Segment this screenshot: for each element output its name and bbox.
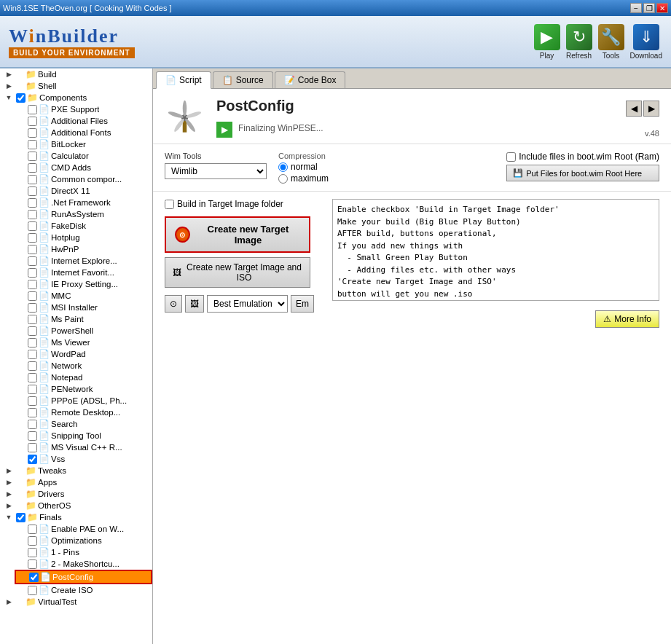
tree-cb-common-compo[interactable] bbox=[28, 175, 37, 184]
tree-cb-bitlocker[interactable] bbox=[28, 140, 37, 149]
compression-maximum-radio[interactable] bbox=[278, 174, 288, 184]
tree-item-1-pins[interactable]: 📄1 - Pins bbox=[15, 546, 152, 558]
tree-cb-internet-explorer[interactable] bbox=[28, 256, 37, 266]
tree-item-fakedisk[interactable]: 📄FakeDisk bbox=[15, 220, 152, 232]
tree-cb-ms-viewer[interactable] bbox=[28, 338, 37, 347]
tree-item-build[interactable]: ▶📁Build bbox=[3, 68, 152, 80]
tree-item-internet-explorer[interactable]: 📄Internet Explore... bbox=[15, 255, 152, 267]
sidebar-tree[interactable]: ▶📁Build▶📁Shell▼📁Components 📄PXE Support … bbox=[0, 68, 153, 644]
tree-cb-1-pins[interactable] bbox=[28, 548, 37, 557]
info-textarea[interactable]: Enable checkbox 'Build in Target Image f… bbox=[332, 199, 659, 301]
tree-item-remote-desktop[interactable]: 📄Remote Desktop... bbox=[15, 407, 152, 418]
tree-item-drivers[interactable]: ▶📁Drivers bbox=[3, 488, 152, 500]
tree-item-vss[interactable]: 📄Vss bbox=[15, 453, 152, 465]
tree-item-ms-viewer[interactable]: 📄Ms Viewer bbox=[15, 337, 152, 348]
tree-cb-ms-visual-cpp[interactable] bbox=[28, 443, 37, 452]
tree-cb-snipping-tool[interactable] bbox=[28, 431, 37, 441]
download-button[interactable]: ⇓ Download bbox=[630, 24, 662, 60]
tree-item-powershell[interactable]: 📄PowerShell bbox=[15, 325, 152, 337]
tree-cb-remote-desktop[interactable] bbox=[28, 408, 37, 417]
tree-cb-hotplug[interactable] bbox=[28, 233, 37, 243]
put-files-button[interactable]: 💾 Put Files for boot.wim Root Here bbox=[506, 165, 659, 181]
tree-cb-notepad[interactable] bbox=[28, 373, 37, 382]
restore-button[interactable]: ❐ bbox=[643, 3, 655, 13]
tree-item-common-compo[interactable]: 📄Common compor... bbox=[15, 173, 152, 185]
iso-img-btn[interactable]: 🖼 bbox=[185, 295, 204, 313]
tree-item-runassystem[interactable]: 📄RunAsSystem bbox=[15, 208, 152, 220]
tree-item-calculator[interactable]: 📄Calculator bbox=[15, 150, 152, 162]
tree-cb-penetwork[interactable] bbox=[28, 385, 37, 394]
tree-item-search[interactable]: 📄Search bbox=[15, 418, 152, 430]
tools-button[interactable]: 🔧 Tools bbox=[598, 24, 624, 60]
target-circle-btn[interactable]: ⊙ bbox=[165, 295, 182, 313]
close-button[interactable]: ✕ bbox=[656, 3, 668, 13]
tree-item-mmc[interactable]: 📄MMC bbox=[15, 290, 152, 302]
wim-tools-select[interactable]: Wimlib ImageX bbox=[165, 163, 267, 179]
create-iso-button[interactable]: 🖼 Create new Target Image and ISO bbox=[165, 257, 310, 288]
next-button[interactable]: ▶ bbox=[643, 101, 659, 117]
tree-item-create-iso[interactable]: 📄Create ISO bbox=[15, 584, 152, 596]
compression-maximum-option[interactable]: maximum bbox=[278, 173, 329, 184]
tree-cb-create-iso[interactable] bbox=[28, 586, 37, 595]
tree-item-wordpad[interactable]: 📄WordPad bbox=[15, 348, 152, 360]
tree-item-virtual-test[interactable]: ▶📁VirtualTest bbox=[3, 596, 152, 608]
tree-item-bitlocker[interactable]: 📄BitLocker bbox=[15, 138, 152, 150]
tree-cb-network[interactable] bbox=[28, 361, 37, 371]
tree-cb-calculator[interactable] bbox=[28, 152, 37, 161]
tree-item-directx11[interactable]: 📄DirectX 11 bbox=[15, 185, 152, 197]
play-button[interactable]: ▶ Play bbox=[534, 24, 560, 60]
tree-cb-pxe-support[interactable] bbox=[28, 105, 37, 114]
tree-item-additional-fonts[interactable]: 📄Additional Fonts bbox=[15, 127, 152, 138]
tree-cb-pppoe[interactable] bbox=[28, 396, 37, 406]
postconfig-play-button[interactable]: ▶ bbox=[216, 122, 232, 138]
tree-cb-search[interactable] bbox=[28, 420, 37, 429]
tree-item-hotplug[interactable]: 📄Hotplug bbox=[15, 232, 152, 243]
tree-item-shell[interactable]: ▶📁Shell bbox=[3, 80, 152, 92]
compression-normal-radio[interactable] bbox=[278, 162, 288, 172]
tree-cb-fakedisk[interactable] bbox=[28, 221, 37, 231]
tree-cb-mmc[interactable] bbox=[28, 291, 37, 301]
tree-cb-components[interactable] bbox=[16, 93, 25, 103]
tree-item-ms-paint[interactable]: 📄Ms Paint bbox=[15, 313, 152, 325]
tree-item-otheros[interactable]: ▶📁OtherOS bbox=[3, 500, 152, 511]
tree-item-penetwork[interactable]: 📄PENetwork bbox=[15, 383, 152, 395]
tree-cb-runassystem[interactable] bbox=[28, 210, 37, 219]
tree-cb-cmd-adds[interactable] bbox=[28, 163, 37, 173]
tree-item-finals[interactable]: ▼📁Finals bbox=[3, 511, 152, 523]
tree-cb-ms-paint[interactable] bbox=[28, 315, 37, 324]
tree-item-cmd-adds[interactable]: 📄CMD Adds bbox=[15, 162, 152, 173]
tree-cb-wordpad[interactable] bbox=[28, 350, 37, 359]
tree-item-hwpnp[interactable]: 📄HwPnP bbox=[15, 243, 152, 255]
tree-item-snipping-tool[interactable]: 📄Snipping Tool bbox=[15, 430, 152, 441]
tree-cb-finals[interactable] bbox=[16, 513, 25, 522]
tree-cb-additional-fonts[interactable] bbox=[28, 128, 37, 138]
em-button[interactable]: Em bbox=[291, 295, 314, 313]
tree-cb-powershell[interactable] bbox=[28, 326, 37, 336]
tree-item-ms-visual-cpp[interactable]: 📄MS Visual C++ R... bbox=[15, 441, 152, 453]
tree-item-ie-proxy-settings[interactable]: 📄IE Proxy Setting... bbox=[15, 278, 152, 290]
include-check[interactable]: Include files in boot.wim Root (Ram) bbox=[506, 152, 659, 162]
create-target-button[interactable]: ⊙ Create new Target Image bbox=[165, 216, 310, 253]
tab-script[interactable]: 📄 Script bbox=[156, 71, 211, 89]
tree-cb-additional-files[interactable] bbox=[28, 117, 37, 126]
tree-cb-optimizations[interactable] bbox=[28, 536, 37, 546]
tree-item-msi-installer[interactable]: 📄MSI Installer bbox=[15, 302, 152, 313]
tree-item-notepad[interactable]: 📄Notepad bbox=[15, 372, 152, 383]
tree-cb-2-makeshortcut[interactable] bbox=[28, 559, 37, 569]
more-info-button[interactable]: ⚠ More Info bbox=[595, 310, 659, 328]
tree-item-pxe-support[interactable]: 📄PXE Support bbox=[15, 103, 152, 115]
tree-cb-postconfig[interactable] bbox=[29, 573, 39, 582]
tree-item-optimizations[interactable]: 📄Optimizations bbox=[15, 535, 152, 546]
tree-item-tweaks[interactable]: ▶📁Tweaks bbox=[3, 465, 152, 476]
prev-button[interactable]: ◀ bbox=[626, 101, 642, 117]
tab-source[interactable]: 📋 Source bbox=[213, 71, 273, 88]
tree-item-components[interactable]: ▼📁Components bbox=[3, 92, 152, 103]
tree-item-apps[interactable]: ▶📁Apps bbox=[3, 476, 152, 488]
tree-item-2-makeshortcut[interactable]: 📄2 - MakeShortcu... bbox=[15, 558, 152, 570]
refresh-button[interactable]: ↻ Refresh bbox=[566, 24, 592, 60]
tab-codebox[interactable]: 📝 Code Box bbox=[275, 71, 346, 88]
tree-item-internet-favorites[interactable]: 📄Internet Favorit... bbox=[15, 267, 152, 278]
tree-cb-internet-favorites[interactable] bbox=[28, 268, 37, 278]
tree-cb-directx11[interactable] bbox=[28, 186, 37, 196]
tree-cb-net-framework[interactable] bbox=[28, 198, 37, 208]
